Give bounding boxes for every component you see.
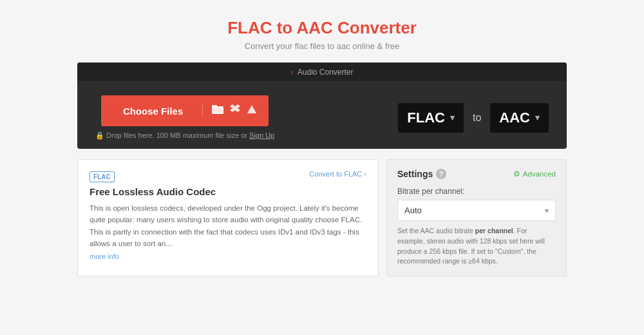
- svg-marker-3: [230, 104, 240, 112]
- lock-icon: 🔒: [95, 131, 104, 139]
- upload-icons: [202, 104, 257, 117]
- codec-description: This is open lossless codecs, developed …: [90, 202, 366, 250]
- left-panel: Convert to FLAC › FLAC Free Lossless Aud…: [77, 159, 379, 276]
- converter-main: Choose Files: [77, 81, 567, 149]
- codec-title: Free Lossless Audio Codec: [90, 186, 366, 197]
- settings-label: Settings: [397, 169, 433, 179]
- source-format-dropdown[interactable]: FLAC ▾: [398, 103, 464, 133]
- settings-header: Settings ? ⚙ Advanced: [397, 169, 556, 179]
- dropbox-icon[interactable]: [230, 104, 240, 117]
- bitrate-select[interactable]: Auto ▾: [397, 200, 556, 221]
- source-chevron-icon: ▾: [450, 113, 455, 122]
- topbar-icon: ‹: [290, 67, 293, 77]
- page-header: FLAC to AAC Converter Convert your flac …: [227, 0, 417, 62]
- bitrate-hint: Set the AAC audio bitrate per channel. F…: [397, 226, 556, 267]
- topbar-label: Audio Converter: [298, 68, 354, 77]
- convert-to-flac-link[interactable]: Convert to FLAC ›: [309, 170, 366, 178]
- format-selector: FLAC ▾ to AAC ▾: [398, 103, 549, 133]
- target-format-dropdown[interactable]: AAC ▾: [490, 103, 549, 133]
- flac-badge: FLAC: [90, 171, 115, 182]
- more-info-link[interactable]: more info: [90, 253, 366, 260]
- converter-topbar: ‹ Audio Converter: [77, 62, 567, 81]
- page-subtitle: Convert your flac files to aac online & …: [227, 41, 417, 51]
- converter-box: ‹ Audio Converter Choose Files: [77, 62, 567, 149]
- panel-header-row: Convert to FLAC › FLAC: [90, 170, 366, 186]
- choose-files-button[interactable]: Choose Files: [101, 95, 269, 126]
- drive-icon[interactable]: [247, 104, 257, 117]
- settings-help-button[interactable]: ?: [436, 169, 446, 179]
- advanced-button[interactable]: ⚙ Advanced: [513, 169, 556, 178]
- signup-link[interactable]: Sign Up: [249, 131, 274, 139]
- bitrate-label: Bitrate per channel:: [397, 187, 556, 196]
- advanced-label: Advanced: [523, 170, 556, 178]
- bitrate-chevron-icon: ▾: [545, 206, 549, 215]
- help-icon: ?: [439, 170, 444, 178]
- right-panel: Settings ? ⚙ Advanced Bitrate per channe…: [386, 159, 567, 276]
- folder-icon[interactable]: [212, 104, 223, 117]
- bottom-section: Convert to FLAC › FLAC Free Lossless Aud…: [77, 159, 567, 276]
- choose-files-area: Choose Files: [95, 95, 274, 140]
- drop-hint: 🔒 Drop files here. 100 MB maximum file s…: [95, 131, 274, 140]
- format-to-label: to: [473, 112, 481, 124]
- settings-title-group: Settings ?: [397, 169, 446, 179]
- gear-icon: ⚙: [513, 169, 520, 178]
- choose-files-label: Choose Files: [113, 106, 193, 117]
- svg-marker-4: [247, 105, 256, 113]
- page-title: FLAC to AAC Converter: [227, 18, 417, 38]
- target-format-label: AAC: [499, 110, 530, 126]
- source-format-label: FLAC: [407, 110, 445, 126]
- target-chevron-icon: ▾: [535, 113, 540, 122]
- bitrate-value: Auto: [404, 206, 422, 215]
